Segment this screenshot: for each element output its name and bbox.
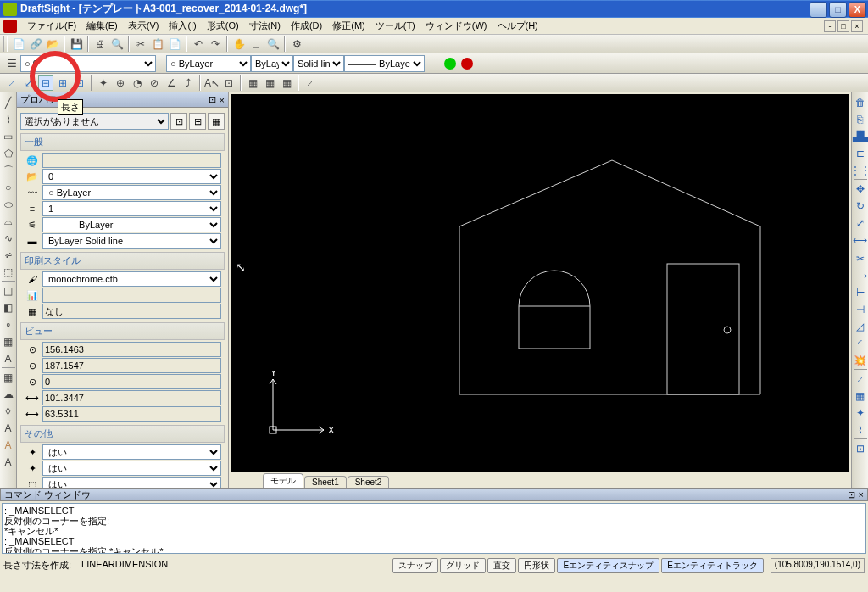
zoom-button[interactable]: 🔍 xyxy=(265,36,281,52)
mask-button[interactable]: ◊ xyxy=(1,404,16,419)
dim-edit-button[interactable]: ▦ xyxy=(245,75,260,91)
rotate-button[interactable]: ↻ xyxy=(853,198,868,214)
tab-sheet2[interactable]: Sheet2 xyxy=(348,476,390,488)
pan-button[interactable]: ✋ xyxy=(231,36,247,52)
prop-linetype[interactable]: ——— ByLayer xyxy=(42,217,221,232)
paste-button[interactable]: 📄 xyxy=(167,36,182,52)
prop-scale[interactable]: 1 xyxy=(42,201,221,216)
prop-o3[interactable]: はい xyxy=(42,477,221,488)
drawing-canvas[interactable]: XY ⤡ xyxy=(231,94,849,472)
panel-close-button[interactable]: × xyxy=(220,95,225,105)
dim-linear-button[interactable]: ⊟ xyxy=(38,75,53,91)
mdi-close-button[interactable]: × xyxy=(851,20,863,32)
dim-arc-button[interactable]: ⊘ xyxy=(147,75,162,91)
dim-radius-button[interactable]: ◔ xyxy=(130,75,145,91)
preview-button[interactable]: 🔍 xyxy=(109,36,125,52)
dim-oblique-button[interactable]: ⟋ xyxy=(303,75,318,91)
undo-button[interactable]: ↶ xyxy=(191,36,206,52)
edit-hatch-button[interactable]: ▦ xyxy=(853,388,868,404)
quick-select-button[interactable]: ⊡ xyxy=(170,113,187,130)
esnap-toggle[interactable]: Eエンティティスナップ xyxy=(557,558,659,573)
toolbar-grip[interactable] xyxy=(3,36,8,52)
table-button[interactable]: ▦ xyxy=(1,370,16,385)
linestyle-combo[interactable]: Solid line xyxy=(293,55,344,72)
prop-o2[interactable]: はい xyxy=(42,461,221,476)
line-button[interactable]: ╱ xyxy=(1,95,16,110)
point-button[interactable]: ∘ xyxy=(1,317,16,332)
insert-button[interactable]: ◧ xyxy=(1,300,16,316)
maximize-button[interactable]: □ xyxy=(829,2,847,18)
cloud-button[interactable]: ☁ xyxy=(1,387,16,402)
dim-update-button[interactable]: ▦ xyxy=(262,75,277,91)
lineweight-combo[interactable]: ByLayer xyxy=(251,55,293,72)
polyline-button[interactable]: ⌇ xyxy=(1,112,16,127)
command-header[interactable]: コマンド ウィンドウ ⊡ × xyxy=(0,488,868,501)
polygon-button[interactable]: ⬠ xyxy=(1,146,16,161)
dim-diameter-button[interactable]: ⊕ xyxy=(113,75,128,91)
spline-button[interactable]: ∿ xyxy=(1,231,16,246)
attach-button[interactable]: 🔗 xyxy=(28,36,43,52)
ortho-toggle[interactable]: 直交 xyxy=(487,558,516,573)
redo-button[interactable]: ↷ xyxy=(208,36,223,52)
note-button[interactable]: A xyxy=(1,421,16,436)
menu-insert[interactable]: 挿入(I) xyxy=(164,18,201,34)
prop-layer[interactable]: 0 xyxy=(42,169,221,184)
fillet-button[interactable]: ◜ xyxy=(853,336,868,351)
prop-linecolor[interactable]: ○ ByLayer xyxy=(42,185,221,200)
menu-modify[interactable]: 修正(M) xyxy=(327,18,370,34)
split-button[interactable]: ⊢ xyxy=(853,285,868,300)
menu-format[interactable]: 形式(O) xyxy=(202,18,244,34)
weld-button[interactable]: ⊣ xyxy=(853,302,868,317)
print-button[interactable]: 🖨 xyxy=(92,36,108,52)
panel-pin-icon[interactable]: ⊡ xyxy=(209,94,216,105)
polar-toggle[interactable]: 円形状 xyxy=(518,558,555,573)
change-length-button[interactable]: ✦ xyxy=(853,405,868,421)
arc-button[interactable]: ⌒ xyxy=(1,163,16,178)
close-button[interactable]: X xyxy=(849,2,866,18)
text-button[interactable]: A xyxy=(1,351,16,366)
stretch-button[interactable]: ⟷ xyxy=(853,232,868,248)
open-button[interactable]: 📂 xyxy=(45,36,60,52)
menu-help[interactable]: ヘルプ(H) xyxy=(492,18,543,34)
region-button[interactable]: ⬚ xyxy=(1,265,16,280)
prop-o1[interactable]: はい xyxy=(42,444,221,460)
minimize-button[interactable]: _ xyxy=(810,2,827,18)
save-button[interactable]: 💾 xyxy=(69,36,84,52)
layer-combo[interactable]: ○ 0 xyxy=(20,55,156,72)
dim-aligned-button[interactable]: ⤢ xyxy=(21,75,36,91)
zoom-window-button[interactable]: ◻ xyxy=(248,36,264,52)
command-output[interactable]: : _MAINSELECT 反対側のコーナーを指定: *キャンセル* : _MA… xyxy=(2,503,866,554)
color-combo[interactable]: ○ ByLayer xyxy=(166,55,251,72)
pick-button[interactable]: ⊞ xyxy=(189,113,206,130)
menu-view[interactable]: 表示(V) xyxy=(123,18,164,34)
circle-button[interactable]: ○ xyxy=(1,180,16,195)
spline-fit-button[interactable]: ⩫ xyxy=(1,248,16,263)
dim-style-button[interactable]: ▦ xyxy=(279,75,294,91)
dim-continue-button[interactable]: ⊡ xyxy=(72,75,87,91)
dim-tolerance-button[interactable]: ⊡ xyxy=(221,75,236,91)
new-button[interactable]: 📄 xyxy=(11,36,26,52)
tab-sheet1[interactable]: Sheet1 xyxy=(304,476,347,488)
mdi-minimize-button[interactable]: - xyxy=(824,20,836,32)
etrack-toggle[interactable]: Eエンティティトラック xyxy=(661,558,764,573)
field-button[interactable]: A xyxy=(1,455,16,470)
ellipse-button[interactable]: ⬭ xyxy=(1,197,16,212)
grid-toggle[interactable]: グリッド xyxy=(440,558,486,573)
dim-angular-button[interactable]: ∠ xyxy=(164,75,179,91)
cmd-close-button[interactable]: × xyxy=(859,489,864,500)
menu-edit[interactable]: 編集(E) xyxy=(81,18,123,34)
copy-entity-button[interactable]: ⎘ xyxy=(853,112,868,127)
prop-printstyle[interactable]: monochrome.ctb xyxy=(42,271,221,287)
menu-file[interactable]: ファイル(F) xyxy=(22,18,81,34)
properties-header[interactable]: プロパティ ⊡ × xyxy=(17,92,228,108)
mtext-button[interactable]: A xyxy=(1,438,16,453)
extend-button[interactable]: ⟶ xyxy=(853,268,868,283)
mdi-restore-button[interactable]: □ xyxy=(837,20,849,32)
selection-combo[interactable]: 選択がありません xyxy=(20,113,169,130)
menu-draw[interactable]: 作成(D) xyxy=(286,18,327,34)
edit-polyline-button[interactable]: ⟋ xyxy=(853,371,868,387)
cut-button[interactable]: ✂ xyxy=(133,36,148,52)
menu-tools[interactable]: ツール(T) xyxy=(370,18,420,34)
hatch-button[interactable]: ▦ xyxy=(1,334,16,349)
dim-center-button[interactable]: ✦ xyxy=(96,75,111,91)
